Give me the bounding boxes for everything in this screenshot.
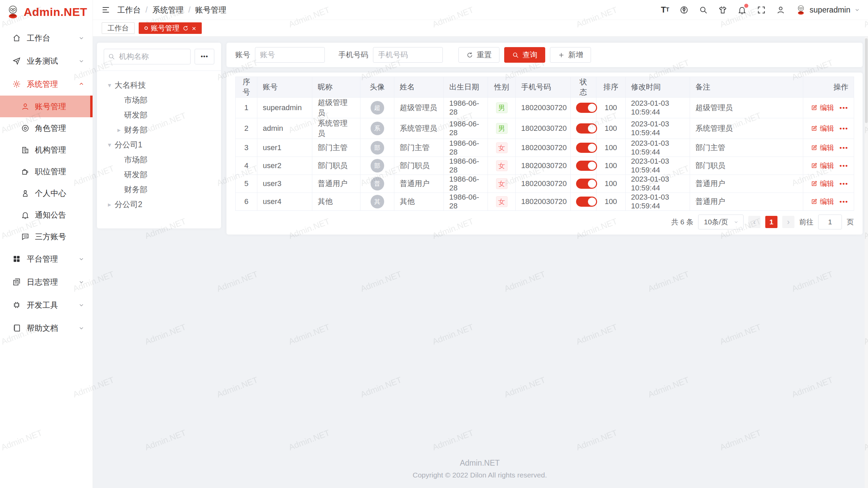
account-input[interactable] (255, 47, 325, 63)
sidebar-item-role-management[interactable]: 角色管理 (0, 117, 93, 139)
edit-button[interactable]: 编辑 (811, 103, 834, 113)
tree-node-label: 市场部 (124, 155, 147, 165)
tab-workbench[interactable]: 工作台 (102, 22, 135, 34)
status-toggle[interactable] (576, 123, 597, 134)
edit-button[interactable]: 编辑 (811, 179, 834, 188)
home-icon (12, 34, 21, 42)
sidebar-item-notice[interactable]: 通知公告 (0, 204, 93, 226)
tree-node[interactable]: ▸分公司2 (100, 197, 218, 212)
font-size-icon[interactable]: TT (661, 5, 669, 15)
tree-node[interactable]: ▸财务部 (100, 122, 218, 137)
collapse-menu-icon[interactable] (101, 5, 111, 15)
cell-avatar: 部 (360, 139, 394, 157)
breadcrumb-item[interactable]: 系统管理 (152, 5, 183, 15)
sidebar-item-workbench[interactable]: 工作台 (0, 26, 93, 49)
sidebar-item-log-management[interactable]: 日志管理 (0, 270, 93, 293)
sidebar-item-personal-center[interactable]: 个人中心 (0, 182, 93, 204)
more-actions-button[interactable]: ••• (840, 162, 848, 169)
sidebar-item-business-test[interactable]: 业务测试 (0, 49, 93, 73)
search-icon[interactable] (699, 5, 708, 15)
notification-badge (744, 4, 748, 8)
language-icon[interactable] (679, 5, 689, 15)
sidebar-item-org-management[interactable]: 机构管理 (0, 139, 93, 161)
cell-status (571, 193, 596, 211)
sidebar-item-account-management[interactable]: 账号管理 (0, 96, 93, 117)
sidebar-item-platform-management[interactable]: 平台管理 (0, 247, 93, 270)
caret-right-icon[interactable]: ▸ (114, 126, 124, 134)
prev-page-button[interactable]: ‹ (748, 216, 761, 228)
refresh-tab-icon[interactable] (182, 25, 189, 32)
grid-icon (12, 255, 21, 263)
sidebar-item-dev-tools[interactable]: 开发工具 (0, 293, 93, 317)
tree-node[interactable]: ▾分公司1 (100, 137, 218, 152)
tree-more-button[interactable]: ••• (195, 49, 214, 64)
more-actions-button[interactable]: ••• (840, 104, 848, 111)
plus-icon (558, 52, 565, 59)
close-tab-icon[interactable]: × (192, 25, 196, 32)
fullscreen-icon[interactable] (757, 5, 766, 15)
cell-remark: 普通用户 (690, 175, 803, 193)
sex-badge: 男 (496, 123, 508, 134)
chevron-down-icon (78, 255, 85, 263)
goto-page-input[interactable] (818, 215, 842, 229)
tab-account-management[interactable]: 账号管理 × (139, 22, 202, 34)
scrollbar[interactable] (865, 37, 868, 488)
edit-button[interactable]: 编辑 (811, 161, 834, 170)
sidebar-item-system-management[interactable]: 系统管理 (0, 73, 93, 96)
sidebar-item-help-docs[interactable]: 帮助文档 (0, 317, 93, 340)
more-actions-button[interactable]: ••• (840, 180, 848, 187)
more-actions-button[interactable]: ••• (840, 144, 848, 151)
cell-sex: 男 (488, 98, 516, 118)
tree-node[interactable]: 市场部 (100, 93, 218, 107)
more-actions-button[interactable]: ••• (840, 125, 848, 132)
notification-bell-icon[interactable] (737, 5, 747, 15)
logo[interactable]: Admin.NET (0, 0, 93, 24)
edit-button[interactable]: 编辑 (811, 143, 834, 152)
next-page-button[interactable]: › (782, 216, 794, 228)
cell-actions: 编辑••• (803, 139, 854, 157)
sidebar-item-label: 角色管理 (35, 123, 66, 134)
tree-node[interactable]: ▾大名科技 (100, 78, 218, 93)
cell-birth: 1986-06-28 (444, 98, 488, 118)
phone-input[interactable] (373, 47, 443, 63)
roles-icon (21, 124, 29, 133)
reset-button[interactable]: 重置 (458, 47, 499, 63)
status-toggle[interactable] (576, 161, 597, 171)
edit-button[interactable]: 编辑 (811, 197, 834, 206)
add-button[interactable]: 新增 (550, 47, 591, 63)
page-size-select[interactable]: 10条/页 (698, 215, 744, 229)
scrollbar-thumb[interactable] (865, 38, 868, 123)
page-number-1[interactable]: 1 (765, 216, 777, 228)
tree-node-label: 研发部 (124, 169, 147, 180)
status-toggle[interactable] (576, 179, 597, 189)
pagination: 共 6 条 10条/页 ‹ 1 › 前往 页 (235, 211, 854, 233)
status-toggle[interactable] (576, 197, 597, 207)
tree-node[interactable]: 市场部 (100, 152, 218, 167)
tree-node[interactable]: 研发部 (100, 167, 218, 182)
edit-button[interactable]: 编辑 (811, 124, 834, 133)
tree-node[interactable]: 研发部 (100, 107, 218, 122)
user-outline-icon[interactable] (776, 5, 785, 15)
tree-node[interactable]: 财务部 (100, 182, 218, 197)
sidebar-item-label: 个人中心 (35, 188, 66, 199)
cell-sex: 女 (488, 157, 516, 175)
sidebar-item-thirdparty-account[interactable]: 三方账号 (0, 226, 93, 247)
caret-down-icon[interactable]: ▾ (104, 141, 115, 149)
status-toggle[interactable] (576, 103, 597, 113)
user-menu[interactable]: superadmin (795, 4, 861, 15)
chat-icon (21, 232, 29, 241)
caret-right-icon[interactable]: ▸ (104, 201, 115, 208)
status-toggle[interactable] (576, 143, 597, 153)
table-body: 1superadmin超级管理员超超级管理员1986-06-28男1802003… (236, 98, 854, 211)
breadcrumb-item-current: 账号管理 (195, 5, 226, 15)
more-actions-button[interactable]: ••• (840, 198, 848, 205)
query-button[interactable]: 查询 (504, 47, 545, 63)
cell-avatar: 其 (360, 193, 394, 211)
theme-tshirt-icon[interactable] (718, 5, 727, 15)
caret-down-icon[interactable]: ▾ (104, 81, 115, 89)
column-header: 性别 (488, 77, 516, 98)
sidebar-item-position-management[interactable]: 职位管理 (0, 161, 93, 182)
sex-badge: 女 (496, 160, 508, 171)
breadcrumb-item[interactable]: 工作台 (117, 5, 141, 15)
org-search-input[interactable] (104, 49, 191, 64)
